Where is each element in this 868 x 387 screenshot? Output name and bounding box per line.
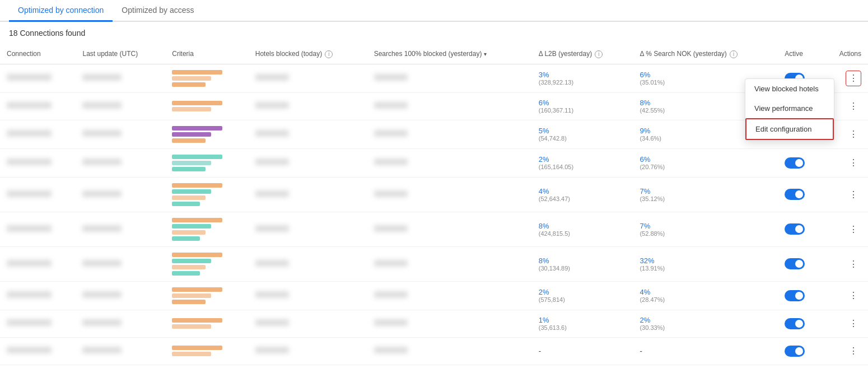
delta-l2b-cell: 6%(160,367.11) — [539, 99, 627, 114]
delta-l2b-pct: 1% — [539, 316, 627, 324]
criteria-bar — [172, 202, 200, 206]
menu-view-performance[interactable]: View performance — [745, 99, 834, 118]
delta-pct-cell: 7%(35.12%) — [640, 187, 771, 202]
last-update-value — [82, 260, 122, 267]
criteria-bars — [172, 287, 241, 304]
connection-name — [7, 130, 52, 137]
hotels-blocked-value — [255, 347, 289, 353]
delta-l2b-pct: 8% — [539, 257, 627, 265]
delta-l2b-cell: 3%(328,922.13) — [539, 71, 627, 86]
criteria-bar — [172, 76, 211, 81]
th-searches-blocked[interactable]: Searches 100% blocked (yesterday) ▾ — [367, 44, 532, 64]
actions-cell: ⋮ — [828, 288, 861, 304]
th-delta-l2b: Δ L2B (yesterday) i — [532, 44, 633, 64]
delta-l2b-sub: (160,367.11) — [539, 107, 627, 114]
delta-l2b-sub: (52,643.47) — [539, 195, 627, 202]
criteria-bar — [172, 70, 222, 74]
delta-l2b-sub: (35,613.6) — [539, 324, 627, 331]
delta-l2b-pct: 6% — [539, 99, 627, 107]
actions-cell: ⋮ — [828, 155, 861, 171]
last-update-value — [82, 225, 122, 232]
delta-l2b-pct: 2% — [539, 155, 627, 164]
more-actions-button[interactable]: ⋮ — [846, 316, 861, 332]
delta-l2b-pct: 8% — [539, 222, 627, 230]
delta-pct-value: - — [640, 347, 642, 355]
actions-cell: ⋮ — [828, 256, 861, 272]
hotels-blocked-value — [255, 260, 289, 267]
more-actions-button[interactable]: ⋮ — [846, 288, 861, 304]
main-table-container: Connection Last update (UTC) Criteria Ho… — [0, 44, 868, 365]
more-actions-button[interactable]: ⋮ — [846, 221, 861, 237]
tab-bar: Optimized by connection Optimized by acc… — [0, 0, 868, 22]
criteria-bar — [172, 352, 211, 356]
table-row: 6%(160,367.11)8%(42.55%)⋮ — [0, 92, 868, 120]
more-actions-button[interactable]: ⋮ — [846, 155, 861, 171]
delta-pct-pct: 7% — [640, 222, 771, 230]
active-toggle[interactable] — [785, 223, 805, 235]
hotels-blocked-info-icon[interactable]: i — [325, 50, 333, 58]
criteria-bars — [172, 253, 241, 276]
active-toggle[interactable] — [785, 346, 805, 357]
active-toggle[interactable] — [785, 290, 805, 301]
delta-pct-sub: (35.12%) — [640, 195, 771, 202]
more-actions-button[interactable]: ⋮ — [846, 71, 861, 86]
searches-sort-icon: ▾ — [484, 51, 487, 57]
connection-name — [7, 225, 52, 232]
connection-name — [7, 190, 52, 197]
connection-name — [7, 260, 52, 267]
tab-by-access[interactable]: Optimized by access — [113, 0, 203, 22]
more-actions-button[interactable]: ⋮ — [846, 343, 861, 359]
table-row: 3%(328,922.13)6%(35.01%)⋮ — [0, 64, 868, 92]
delta-pct-cell: 6%(20.76%) — [640, 155, 771, 170]
criteria-bars — [172, 126, 241, 143]
searches-blocked-value — [374, 347, 408, 353]
table-row: 4%(52,643.47)7%(35.12%)⋮ — [0, 177, 868, 212]
table-row: 5%(54,742.8)9%(34.6%)⋮ — [0, 120, 868, 148]
delta-pct-sub: (28.47%) — [640, 296, 771, 303]
active-toggle[interactable] — [785, 318, 805, 329]
table-row: --⋮ — [0, 337, 868, 365]
criteria-bars — [172, 346, 241, 356]
criteria-bar — [172, 189, 211, 194]
actions-cell: ⋮ — [828, 221, 861, 237]
more-actions-button[interactable]: ⋮ — [846, 127, 861, 142]
more-actions-button[interactable]: ⋮ — [846, 256, 861, 272]
active-toggle[interactable] — [785, 157, 805, 169]
more-actions-button[interactable]: ⋮ — [846, 99, 861, 114]
menu-edit-configuration[interactable]: Edit configuration — [745, 118, 834, 140]
delta-l2b-info-icon[interactable]: i — [595, 50, 603, 58]
th-last-update: Last update (UTC) — [76, 44, 165, 64]
criteria-bar — [172, 126, 222, 130]
delta-pct-cell: 2%(30.33%) — [640, 316, 771, 331]
connections-table: Connection Last update (UTC) Criteria Ho… — [0, 44, 868, 365]
delta-l2b-cell: 5%(54,742.8) — [539, 127, 627, 142]
delta-pct-cell: 7%(52.88%) — [640, 222, 771, 237]
criteria-bar — [172, 253, 222, 257]
delta-l2b-cell: 1%(35,613.6) — [539, 316, 627, 331]
hotels-blocked-value — [255, 190, 289, 197]
criteria-bars — [172, 70, 241, 87]
criteria-bars — [172, 318, 241, 329]
th-actions: Actions — [822, 44, 868, 64]
delta-l2b-value: - — [539, 347, 541, 355]
criteria-bar — [172, 259, 211, 263]
delta-l2b-cell: 2%(165,164.05) — [539, 155, 627, 170]
menu-view-blocked-hotels[interactable]: View blocked hotels — [745, 79, 834, 99]
active-toggle[interactable] — [785, 189, 805, 200]
tab-by-connection[interactable]: Optimized by connection — [9, 0, 113, 22]
criteria-bar — [172, 138, 206, 143]
more-actions-button[interactable]: ⋮ — [846, 186, 861, 202]
hotels-blocked-value — [255, 291, 289, 298]
delta-pct-info-icon[interactable]: i — [730, 50, 738, 58]
th-hotels-blocked: Hotels blocked (today) i — [249, 44, 367, 64]
delta-l2b-sub: (165,164.05) — [539, 164, 627, 170]
searches-blocked-value — [374, 158, 408, 165]
active-toggle[interactable] — [785, 258, 805, 269]
connection-name — [7, 74, 52, 81]
criteria-bar — [172, 324, 211, 329]
th-active: Active — [778, 44, 822, 64]
criteria-bars — [172, 155, 241, 171]
last-update-value — [82, 291, 122, 298]
searches-blocked-value — [374, 225, 408, 232]
delta-l2b-sub: (54,742.8) — [539, 135, 627, 142]
